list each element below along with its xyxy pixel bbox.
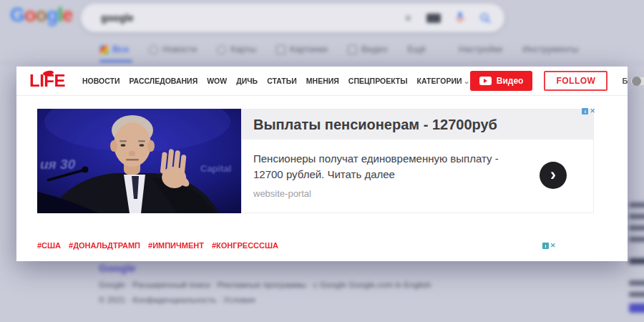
knowledge-panel [629,203,644,313]
theme-light-label: Б [622,77,628,85]
hashtag-usa[interactable]: #США [37,241,61,250]
adchoices-badge[interactable]: i ✕ [582,108,595,114]
google-logo[interactable]: Google [10,4,72,26]
hashtag-impeachment[interactable]: #ИМПИЧМЕНТ [148,241,204,250]
arrow-right-icon: › [550,165,556,185]
tab-videos[interactable]: Видео [348,44,388,54]
ad-image-putin[interactable]: ия 30 Capital [37,109,241,213]
tab-more[interactable]: Ещё [407,44,426,54]
blue-button-blur [629,303,644,313]
toggle-knob [632,77,641,86]
clear-search-icon[interactable]: ✕ [404,13,412,24]
life-nav: НОВОСТИ РАССЛЕДОВАНИЯ WOW ДИЧЬ СТАТЬИ МН… [82,77,470,86]
stage-text-right: Capital [200,163,231,174]
text-line [629,203,644,208]
ad-info-icon[interactable]: i [542,243,549,249]
maps-icon [217,45,226,54]
result-title-link[interactable]: Google [99,262,431,274]
google-tabs: Все Новости Карты Картинки Видео Ещё Нас… [100,44,578,54]
text-line [629,280,644,286]
life-header: LIFE НОВОСТИ РАССЛЕДОВАНИЯ WOW ДИЧЬ СТАТ… [16,67,628,96]
nav-item-articles[interactable]: СТАТЬИ [267,77,297,85]
logo-letter: g [47,4,58,26]
nav-item-news[interactable]: НОВОСТИ [82,77,120,85]
search-result: Google Google · Расширенный поиск · Рекл… [99,262,431,304]
text-line [629,237,644,242]
tabs-divider [0,63,644,64]
tab-images[interactable]: Картинки [276,44,328,54]
ad-close-icon[interactable]: ✕ [590,108,595,114]
tab-tools[interactable]: Инструменты [522,44,578,54]
text-line-bold [629,258,644,264]
ad-banner: ия 30 Capital [37,109,594,213]
ad-info-icon[interactable]: i [582,108,588,114]
tab-maps[interactable]: Карты [217,44,256,54]
tab-all[interactable]: Все [100,44,129,54]
images-icon [276,45,286,54]
text-line [629,225,644,230]
news-icon [149,45,158,54]
toggle-track [631,77,644,85]
chevron-down-icon: ⌄ [464,77,470,85]
keyboard-icon[interactable] [426,14,441,23]
logo-letter: o [36,4,47,26]
nav-item-opinions[interactable]: МНЕНИЯ [306,77,339,85]
nav-item-specprojects[interactable]: СПЕЦПРОЕКТЫ [348,77,408,85]
adchoices-badge-2[interactable]: i ✕ [542,243,556,249]
nav-item-dich[interactable]: ДИЧЬ [236,77,258,85]
text-line [629,214,644,219]
search-submit-icon[interactable] [479,12,492,24]
ad-body[interactable]: Пенсионеры получат единовременную выплат… [242,140,512,212]
nav-item-wow[interactable]: WOW [207,77,227,85]
theme-toggle[interactable]: Б ч [622,77,644,85]
all-tab-icon [100,46,108,54]
logo-letter: G [10,4,24,26]
logo-letter: o [24,4,36,26]
ad-text-block: Выплаты пенсионерам - 12700руб Пенсионер… [241,109,594,213]
life-logo[interactable]: LIFE [29,72,65,89]
hashtag-row: #США #ДОНАЛЬДТРАМП #ИМПИЧМЕНТ #КОНГРЕССС… [37,241,278,250]
video-button[interactable]: Видео [470,71,533,91]
active-tab-underline [99,60,132,62]
nav-item-categories[interactable]: КАТЕГОРИИ⌄ [417,77,470,86]
search-query-text: google [101,12,390,24]
ad-title[interactable]: Выплаты пенсионерам - 12700руб [242,109,593,140]
ad-source: website-portal [253,187,500,201]
tab-settings[interactable]: Настройки [459,44,502,54]
logo-letter: e [62,4,72,26]
nav-item-investigations[interactable]: РАССЛЕДОВАНИЯ [130,77,198,85]
videos-icon [348,45,357,54]
result-snippet-line: © 2021 · Конфиденциальность · Условия [99,296,431,304]
text-line [629,292,644,297]
microphone-icon[interactable] [455,11,465,24]
tab-news[interactable]: Новости [149,44,197,54]
hashtag-congress[interactable]: #КОНГРЕСССША [212,241,278,250]
life-site-panel: LIFE НОВОСТИ РАССЛЕДОВАНИЯ WOW ДИЧЬ СТАТ… [16,67,628,261]
ad-close-icon[interactable]: ✕ [550,243,556,249]
ad-arrow-button[interactable]: › [540,162,567,189]
follow-button[interactable]: FOLLOW [544,71,608,91]
result-snippet-line: Google · Расширенный поиск · Рекламные п… [99,280,431,289]
youtube-play-icon [479,77,492,85]
hashtag-trump[interactable]: #ДОНАЛЬДТРАМП [69,241,140,250]
stage-text-left: ия 30 [40,157,76,172]
search-input[interactable]: google ✕ [81,4,504,32]
